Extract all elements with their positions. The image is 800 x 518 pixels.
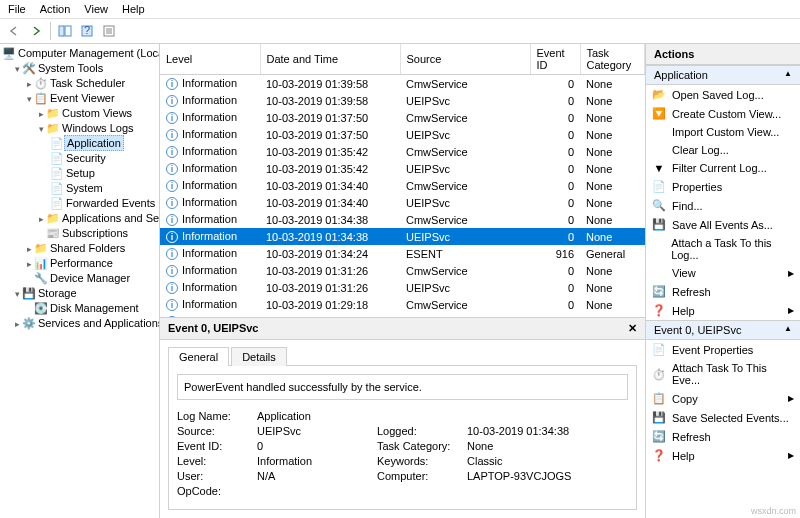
table-row[interactable]: iInformation10-03-2019 01:34:40CmwServic… (160, 177, 645, 194)
action-attach-task[interactable]: Attach a Task To this Log... (646, 234, 800, 264)
action-refresh[interactable]: 🔄Refresh (646, 282, 800, 301)
menu-file[interactable]: File (8, 3, 26, 15)
tree-event-viewer[interactable]: Event Viewer (48, 91, 117, 105)
tree-custom-views[interactable]: Custom Views (60, 106, 134, 120)
action-find[interactable]: 🔍Find... (646, 196, 800, 215)
action-event-properties[interactable]: 📄Event Properties (646, 340, 800, 359)
label-eventid: Event ID: (177, 440, 257, 452)
expand-icon[interactable]: ▾ (12, 289, 22, 299)
nav-tree[interactable]: 🖥️Computer Management (Local) ▾🛠️System … (0, 44, 160, 518)
expand-icon[interactable]: ▸ (24, 79, 34, 89)
tree-task-scheduler[interactable]: Task Scheduler (48, 76, 127, 90)
label-logged: Logged: (377, 425, 467, 437)
collapse-icon: ▲ (784, 69, 792, 81)
table-row[interactable]: iInformation10-03-2019 01:34:24ESENT916G… (160, 245, 645, 262)
menu-view[interactable]: View (84, 3, 108, 15)
info-icon: i (166, 197, 178, 209)
tree-storage[interactable]: Storage (36, 286, 79, 300)
tree-shared-folders[interactable]: Shared Folders (48, 241, 127, 255)
action-clear-log[interactable]: Clear Log... (646, 141, 800, 159)
menu-help[interactable]: Help (122, 3, 145, 15)
folder-icon: 📁 (46, 107, 60, 120)
action-save-all[interactable]: 💾Save All Events As... (646, 215, 800, 234)
info-icon: i (166, 265, 178, 277)
properties-button[interactable] (99, 21, 119, 41)
info-icon: i (166, 112, 178, 124)
tree-services-apps[interactable]: Services and Applications (36, 316, 160, 330)
back-button[interactable] (4, 21, 24, 41)
col-source[interactable]: Source (400, 44, 530, 75)
table-row[interactable]: iInformation10-03-2019 01:29:18CmwServic… (160, 296, 645, 313)
action-filter-log[interactable]: ▼Filter Current Log... (646, 159, 800, 177)
info-icon: i (166, 163, 178, 175)
action-save-selected[interactable]: 💾Save Selected Events... (646, 408, 800, 427)
expand-icon[interactable]: ▾ (36, 124, 46, 134)
table-row[interactable]: iInformation10-03-2019 01:37:50UEIPSvc0N… (160, 126, 645, 143)
table-row[interactable]: iInformation10-03-2019 01:34:38CmwServic… (160, 211, 645, 228)
info-icon: i (166, 146, 178, 158)
tab-details[interactable]: Details (231, 347, 287, 366)
action-import-custom-view[interactable]: Import Custom View... (646, 123, 800, 141)
action-view[interactable]: View▶ (646, 264, 800, 282)
col-date[interactable]: Date and Time (260, 44, 400, 75)
tree-system-tools[interactable]: System Tools (36, 61, 105, 75)
table-row[interactable]: iInformation10-03-2019 01:31:26CmwServic… (160, 262, 645, 279)
tree-forwarded[interactable]: Forwarded Events (64, 196, 157, 210)
action-help[interactable]: ❓Help▶ (646, 301, 800, 320)
actions-section-event[interactable]: Event 0, UEIPSvc▲ (646, 320, 800, 340)
tab-general[interactable]: General (168, 347, 229, 366)
table-row[interactable]: iInformation10-03-2019 01:34:38UEIPSvc0N… (160, 228, 645, 245)
expand-icon[interactable]: ▸ (12, 319, 22, 329)
table-row[interactable]: iInformation10-03-2019 01:35:42CmwServic… (160, 143, 645, 160)
help-button[interactable]: ? (77, 21, 97, 41)
expand-icon[interactable]: ▾ (12, 64, 22, 74)
action-attach-task-event[interactable]: ⏱️Attach Task To This Eve... (646, 359, 800, 389)
table-row[interactable]: iInformation10-03-2019 01:34:40UEIPSvc0N… (160, 194, 645, 211)
action-create-custom-view[interactable]: 🔽Create Custom View... (646, 104, 800, 123)
show-hide-button[interactable] (55, 21, 75, 41)
col-task[interactable]: Task Category (580, 44, 645, 75)
properties-icon: 📄 (652, 180, 666, 193)
tree-apps-services[interactable]: Applications and Services Logs (60, 211, 160, 225)
table-row[interactable]: iInformation10-03-2019 01:37:50CmwServic… (160, 109, 645, 126)
log-icon: 📄 (50, 182, 64, 195)
disk-icon: 💽 (34, 302, 48, 315)
menu-action[interactable]: Action (40, 3, 71, 15)
expand-icon[interactable]: ▸ (36, 214, 46, 224)
tree-windows-logs[interactable]: Windows Logs (60, 121, 136, 135)
event-grid[interactable]: Level Date and Time Source Event ID Task… (160, 44, 645, 318)
tree-root[interactable]: Computer Management (Local) (16, 46, 160, 60)
tree-subscriptions[interactable]: Subscriptions (60, 226, 130, 240)
action-open-saved-log[interactable]: 📂Open Saved Log... (646, 85, 800, 104)
close-icon[interactable]: ✕ (628, 322, 637, 335)
svg-text:?: ? (84, 25, 90, 36)
col-eventid[interactable]: Event ID (530, 44, 580, 75)
label-computer: Computer: (377, 470, 467, 482)
col-level[interactable]: Level (160, 44, 260, 75)
tree-performance[interactable]: Performance (48, 256, 115, 270)
tree-disk-management[interactable]: Disk Management (48, 301, 141, 315)
tree-system[interactable]: System (64, 181, 105, 195)
table-row[interactable]: iInformation10-03-2019 01:35:42UEIPSvc0N… (160, 160, 645, 177)
expand-icon[interactable]: ▸ (24, 259, 34, 269)
info-icon: i (166, 214, 178, 226)
tree-application[interactable]: Application (64, 135, 124, 151)
forward-button[interactable] (26, 21, 46, 41)
table-row[interactable]: iInformation10-03-2019 01:31:26UEIPSvc0N… (160, 279, 645, 296)
tree-device-manager[interactable]: Device Manager (48, 271, 132, 285)
expand-icon[interactable]: ▾ (24, 94, 34, 104)
table-row[interactable]: iInformation10-03-2019 01:39:58UEIPSvc0N… (160, 92, 645, 109)
action-help-event[interactable]: ❓Help▶ (646, 446, 800, 465)
action-copy[interactable]: 📋Copy▶ (646, 389, 800, 408)
tree-setup[interactable]: Setup (64, 166, 97, 180)
expand-icon[interactable]: ▸ (36, 109, 46, 119)
expand-icon[interactable]: ▸ (24, 244, 34, 254)
tree-security[interactable]: Security (64, 151, 108, 165)
action-properties[interactable]: 📄Properties (646, 177, 800, 196)
help-icon: ❓ (652, 449, 666, 462)
table-row[interactable]: iInformation10-03-2019 01:39:58CmwServic… (160, 75, 645, 93)
help-icon: ❓ (652, 304, 666, 317)
action-refresh-event[interactable]: 🔄Refresh (646, 427, 800, 446)
label-opcode: OpCode: (177, 485, 257, 497)
actions-section-application[interactable]: Application▲ (646, 65, 800, 85)
